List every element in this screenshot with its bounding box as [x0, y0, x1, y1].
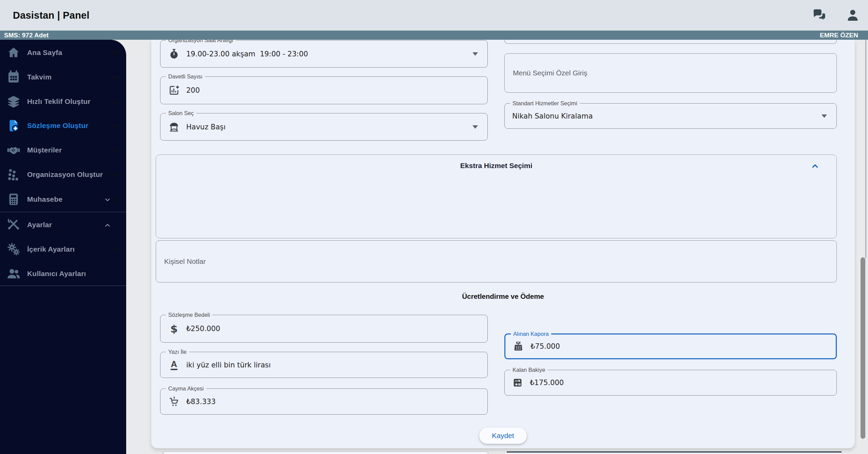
sidebar-item-sozlesme-olustur[interactable]: Sözleşme Oluştur: [0, 113, 126, 138]
drag-handle-icon[interactable]: [111, 76, 119, 79]
salon-select[interactable]: Salon Seç Havuz Başı: [160, 113, 488, 141]
sidebar-item-ayarlar[interactable]: Ayarlar: [0, 213, 126, 237]
personal-notes-placeholder: Kişisel Notlar: [164, 257, 206, 266]
menu-custom-placeholder: Menü Seçimi Özel Giriş: [513, 69, 587, 77]
tools-icon: [7, 218, 20, 232]
extra-services-title: Ekstra Hizmet Seçimi: [156, 162, 836, 170]
add-chart-icon: [169, 85, 179, 96]
sidebar-divider: [0, 212, 126, 212]
user-icon[interactable]: [846, 8, 860, 22]
dropdown-caret-icon: [822, 114, 827, 118]
sidebar-item-ana-sayfa[interactable]: Ana Sayfa: [0, 40, 126, 65]
cash-register-icon: [513, 341, 524, 352]
personal-notes-textarea[interactable]: Kişisel Notlar: [156, 240, 837, 283]
home-icon: [7, 46, 20, 59]
app-screen: Dasistan | Panel SMS: 972 Adet EMRE ÖZEN…: [0, 0, 868, 454]
letter-a-icon: A: [169, 360, 179, 370]
handshake-icon: [7, 143, 20, 157]
next-section-peek: [163, 451, 488, 454]
contract-amount-field[interactable]: Sözleşme Bedeli $ ₺250.000: [160, 315, 488, 343]
scrollbar-track: [865, 40, 866, 258]
deposit-field[interactable]: Alınan Kapora ₺75.000: [504, 333, 837, 359]
drag-handle-icon[interactable]: [111, 248, 119, 251]
sidebar-item-hizli-teklif[interactable]: Hızlı Teklif Oluştur: [0, 89, 126, 114]
remaining-balance-field[interactable]: Kalan Bakiye ₺175.000: [504, 370, 837, 396]
clipped-field-top: [504, 40, 837, 44]
sidebar-item-kullanici-ayarlari[interactable]: Kullanıcı Ayarları: [0, 261, 126, 286]
chevron-up-icon: [104, 221, 111, 229]
sidebar-item-muhasebe[interactable]: Muhasebe: [0, 187, 126, 212]
scrollbar-thumb[interactable]: [861, 257, 865, 439]
drag-handle-icon[interactable]: [111, 124, 119, 127]
sms-count: SMS: 972 Adet: [4, 31, 49, 40]
standard-services-select[interactable]: Standart Hizmetler Seçimi Nikah Salonu K…: [504, 103, 837, 129]
file-plus-icon: [7, 119, 20, 132]
menu-custom-textarea[interactable]: Menü Seçimi Özel Giriş: [504, 53, 837, 93]
save-button[interactable]: Kaydet: [479, 428, 527, 444]
calculator-icon: [512, 377, 523, 388]
drag-handle-icon[interactable]: [111, 100, 119, 103]
calculator-icon: [7, 193, 20, 206]
cancellation-fee-field[interactable]: Cayma Akçesi ₺83.333: [160, 388, 488, 415]
sidebar-divider: [0, 286, 126, 286]
scatter-icon: [7, 168, 20, 181]
drag-handle-icon[interactable]: [111, 51, 119, 54]
venue-icon: [169, 122, 179, 132]
guest-count-field[interactable]: Davetli Sayısı 200: [160, 76, 488, 104]
dropdown-caret-icon: [472, 52, 478, 56]
collapse-chevron-up-icon[interactable]: [811, 162, 819, 170]
sidebar-item-takvim[interactable]: Takvim: [0, 65, 126, 89]
app-title: Dasistan | Panel: [13, 10, 90, 21]
gears-icon: [7, 242, 20, 256]
timer-icon: [169, 49, 179, 59]
sidebar: Ana Sayfa Takvim Hızlı Teklif Oluştur Sö…: [0, 40, 126, 454]
pricing-heading: Ücretlendirme ve Ödeme: [151, 292, 855, 301]
app-header: Dasistan | Panel: [0, 0, 868, 31]
next-section-peek: [507, 451, 842, 454]
organization-time-select[interactable]: Organizasyon Saat Aralığı 19.00-23.00 ak…: [160, 40, 488, 68]
cart-icon: [169, 396, 179, 407]
extra-services-section: Ekstra Hizmet Seçimi: [156, 155, 837, 238]
sidebar-item-musteriler[interactable]: Müşteriler: [0, 138, 126, 162]
drag-handle-icon[interactable]: [111, 149, 119, 152]
calendar-icon: [7, 70, 20, 84]
people-icon: [7, 267, 20, 280]
layers-icon: [7, 95, 20, 108]
amount-in-words-field[interactable]: Yazı İle A iki yüz elli bin türk lirası: [160, 352, 488, 378]
dropdown-caret-icon: [472, 125, 478, 129]
header-actions: [812, 0, 860, 31]
chevron-down-icon: [104, 196, 111, 203]
drag-handle-icon[interactable]: [111, 173, 119, 176]
drag-handle-icon[interactable]: [111, 198, 119, 201]
sidebar-item-organizasyon-olustur[interactable]: Organizasyon Oluştur: [0, 162, 126, 187]
dollar-icon: $: [169, 323, 179, 334]
logged-in-user: EMRE ÖZEN: [820, 31, 858, 40]
status-bar: SMS: 972 Adet EMRE ÖZEN: [0, 31, 868, 40]
chat-icon[interactable]: [812, 8, 827, 22]
sidebar-item-icerik-ayarlari[interactable]: İçerik Ayarları: [0, 237, 126, 261]
